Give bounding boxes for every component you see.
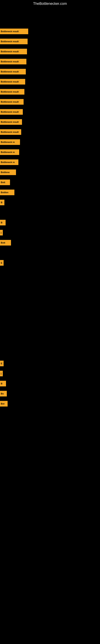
bottleneck-label: E — [1, 362, 2, 365]
bottleneck-label: Bottleneck result — [1, 100, 19, 103]
site-title: TheBottlenecker.com — [0, 0, 100, 7]
bottleneck-bar: Bottleneck result — [0, 59, 26, 64]
bottleneck-label: Bottleneck result — [1, 70, 19, 73]
bottleneck-bar: Bottleneck result — [0, 99, 24, 105]
bottleneck-bar: Bottleneck result — [0, 109, 23, 115]
bottleneck-bar: | — [0, 371, 3, 376]
bottleneck-bar: Bottlen — [0, 190, 14, 195]
bottleneck-bar: Bottleneck result — [0, 79, 25, 84]
bottleneck-label: Bottleneck result — [1, 121, 19, 123]
bottleneck-label: Bottlen — [1, 191, 8, 194]
bottleneck-label: Bottleneck result — [1, 111, 19, 113]
bottleneck-bar: B — [0, 220, 6, 226]
bottleneck-label: Bottleneck result — [1, 80, 19, 83]
bottleneck-bar: B — [0, 200, 4, 205]
bottleneck-label: Bottleneck result — [1, 60, 19, 63]
bottleneck-label: Bott — [1, 181, 5, 184]
bottleneck-bar: Bott — [0, 180, 10, 185]
bottleneck-label: B — [1, 382, 2, 385]
bottleneck-label: Bottleneck result — [1, 131, 19, 133]
bottleneck-label: | — [1, 232, 1, 234]
bottleneck-label: Bottleneck re — [1, 141, 15, 143]
bottleneck-bar: Bottleneck result — [0, 119, 22, 125]
bottleneck-label: Bottleneck result — [1, 30, 19, 32]
bottleneck-bar: E — [0, 260, 3, 266]
bottleneck-label: Bottleneck re — [1, 161, 15, 164]
bottleneck-bar: Bottleneck result — [0, 28, 28, 34]
bottleneck-bar: Bottleneck result — [0, 49, 27, 54]
bottleneck-bar: Bott — [0, 240, 11, 246]
bottleneck-bar: Bottleneck result — [0, 69, 26, 74]
bottleneck-label: Bottleneck result — [1, 40, 19, 43]
bottleneck-label: Bottleneck result — [1, 50, 19, 53]
bottleneck-bar: Bottleneck result — [0, 89, 24, 94]
bottleneck-label: Bottlene — [1, 171, 10, 174]
bottleneck-bar: Bottleneck re — [0, 149, 19, 155]
bottleneck-bar: E — [0, 361, 3, 366]
bottleneck-bar: Bottleneck result — [0, 129, 21, 135]
bottleneck-label: Bot — [1, 402, 4, 405]
bottleneck-bar: Bottlene — [0, 170, 16, 175]
bottleneck-label: Bott — [1, 242, 5, 244]
bottleneck-label: Bottleneck re — [1, 151, 15, 153]
bottleneck-bar: Bottleneck re — [0, 160, 18, 165]
bottleneck-label: Bo — [1, 392, 4, 395]
bottleneck-bar: | — [0, 230, 3, 236]
bottleneck-bar: Bo — [0, 391, 7, 396]
bottleneck-bar: Bottleneck result — [0, 39, 28, 44]
bottleneck-label: E — [1, 262, 2, 264]
bottleneck-label: B — [1, 222, 2, 224]
bottleneck-label: B — [1, 201, 2, 204]
bottleneck-bar: Bot — [0, 401, 8, 406]
bottleneck-label: | — [1, 372, 1, 375]
bottleneck-bar: B — [0, 381, 6, 386]
bottleneck-bar: Bottleneck re — [0, 139, 20, 145]
bottleneck-label: Bottleneck result — [1, 90, 19, 93]
